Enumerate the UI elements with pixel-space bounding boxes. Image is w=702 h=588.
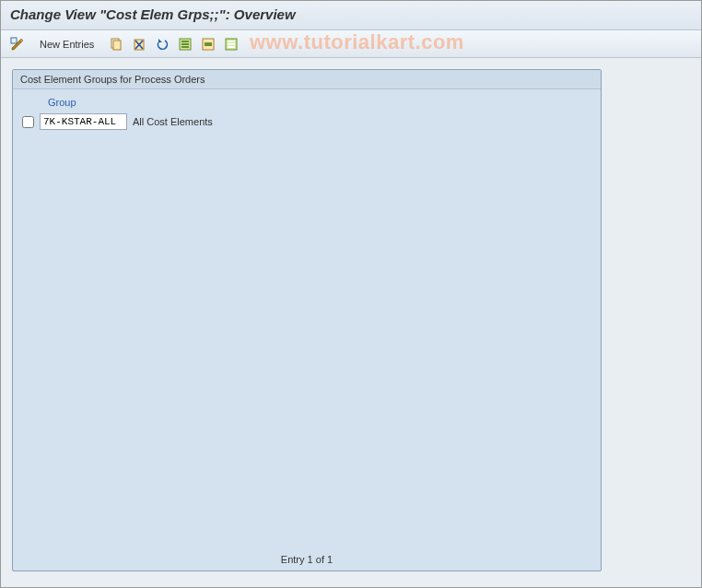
new-entries-button[interactable]: New Entries: [31, 36, 102, 53]
copy-icon[interactable]: [107, 35, 125, 53]
panel-title: Cost Element Groups for Process Orders: [13, 70, 601, 89]
row-select-checkbox[interactable]: [22, 116, 34, 128]
page-title: Change View "Cost Elem Grps;;": Overview: [10, 6, 692, 22]
toggle-edit-icon[interactable]: [8, 35, 27, 53]
row-description: All Cost Elements: [133, 116, 213, 127]
column-header-group: Group: [22, 93, 591, 112]
select-all-icon[interactable]: [176, 35, 194, 53]
table-row: All Cost Elements: [22, 112, 591, 132]
svg-rect-13: [228, 41, 235, 42]
deselect-all-icon[interactable]: [222, 35, 240, 53]
undo-icon[interactable]: [153, 35, 171, 53]
toolbar: New Entries: [1, 30, 701, 58]
delete-icon[interactable]: [130, 35, 148, 53]
svg-rect-0: [11, 38, 17, 43]
svg-rect-7: [181, 41, 189, 42]
cost-element-groups-panel: Cost Element Groups for Process Orders G…: [12, 69, 602, 571]
svg-rect-9: [181, 46, 189, 48]
svg-rect-2: [113, 41, 121, 50]
svg-rect-11: [205, 42, 212, 46]
content-area: Cost Element Groups for Process Orders G…: [1, 58, 701, 582]
select-block-icon[interactable]: [199, 35, 217, 53]
svg-rect-14: [228, 43, 235, 45]
panel-body: Group All Cost Elements: [13, 89, 601, 548]
group-input[interactable]: [40, 113, 127, 130]
svg-rect-15: [228, 46, 235, 48]
svg-rect-8: [181, 43, 189, 45]
panel-footer: Entry 1 of 1: [13, 548, 601, 570]
title-bar: Change View "Cost Elem Grps;;": Overview: [1, 1, 701, 30]
